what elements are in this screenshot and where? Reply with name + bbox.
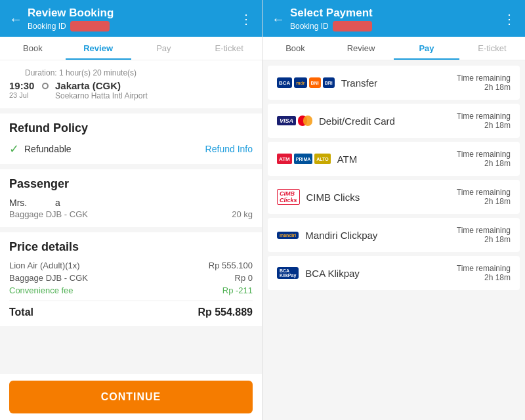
review-title: Review Booking [28,7,114,20]
bca-klikpay-label: BCA Klikpay [305,268,360,279]
price-item-label-1: Baggage DJB - CGK [9,273,88,283]
mandiri-clickpay-icon: mandiri [277,232,299,239]
transfer-time: Time remaining 2h 18m [457,74,511,92]
price-item-1: Baggage DJB - CGK Rp 0 [9,273,253,283]
price-section: Price details Lion Air (Adult)(1x) Rp 55… [0,232,262,326]
more-options-icon-right[interactable]: ⋮ [503,11,516,27]
refund-row: ✓ Refundable Refund Info [9,142,253,156]
flight-time-block: 19:30 23 Jul [9,80,35,99]
more-options-icon[interactable]: ⋮ [240,11,253,27]
check-icon: ✓ [9,142,19,156]
flight-dest-block: Jakarta (CGK) Soekarno Hatta Intl Airpor… [55,80,148,100]
right-progress-tabs: Book Review Pay E-ticket [262,37,525,60]
left-progress-tabs: Book Review Pay E-ticket [0,37,262,60]
tab-eticket-left[interactable]: E-ticket [196,37,262,60]
mandiri-clickpay-time-value: 2h 18m [457,235,511,244]
refund-info-link[interactable]: Refund Info [205,144,253,154]
total-value: Rp 554.889 [198,306,253,318]
mandiri-clickpay-time: Time remaining 2h 18m [457,226,511,244]
passenger-title: Passenger [9,177,253,191]
cimb-label: CIMB Clicks [306,192,360,203]
time-remaining-label-transfer: Time remaining [457,74,511,83]
tab-book-right[interactable]: Book [262,37,328,60]
time-remaining-label-bca: Time remaining [457,264,511,273]
left-content: Duration: 1 hour(s) 20 minute(s) 19:30 2… [0,60,262,374]
atm-icons: ATM PRIMA ALTO [277,154,331,164]
back-arrow-icon-right[interactable]: ← [272,12,285,27]
payment-option-transfer[interactable]: BCA mdr BNI BRI Transfer Time remaining … [268,66,520,100]
back-arrow-icon[interactable]: ← [9,12,22,27]
payment-option-card[interactable]: VISA Debit/Credit Card Time remaining 2h… [268,104,520,138]
card-icons: VISA [277,116,312,126]
total-label: Total [9,306,33,318]
prima-icon: PRIMA [294,154,313,164]
card-time: Time remaining 2h 18m [457,112,511,130]
refund-title: Refund Policy [9,121,253,135]
payment-option-atm[interactable]: ATM PRIMA ALTO ATM Time remaining 2h 18m [268,142,520,176]
tab-review-left[interactable]: Review [66,37,131,60]
payment-left-cimb: CIMBClicks CIMB Clicks [277,189,360,205]
mastercard-icon [298,116,312,126]
booking-id-badge-right [333,21,372,32]
atm-time: Time remaining 2h 18m [457,150,511,168]
payment-title: Select Payment [290,7,373,20]
right-panel: ← Select Payment Booking ID ⋮ Book Revie… [262,0,525,420]
cimb-time-value: 2h 18m [457,197,511,206]
refund-section: Refund Policy ✓ Refundable Refund Info [0,114,262,164]
payment-left-transfer: BCA mdr BNI BRI Transfer [277,77,377,89]
alto-icon: ALTO [314,154,330,164]
cimb-icons: CIMBClicks [277,189,300,205]
transfer-time-value: 2h 18m [457,83,511,92]
card-label: Debit/Credit Card [319,116,395,127]
bca-klikpay-time-value: 2h 18m [457,273,511,282]
tab-review-right[interactable]: Review [328,37,394,60]
price-title: Price details [9,240,253,254]
tab-pay-right[interactable]: Pay [394,37,459,60]
continue-button[interactable]: CONTINUE [9,381,253,413]
payment-left-mandiri-clickpay: mandiri Mandiri Clickpay [277,230,377,241]
card-time-value: 2h 18m [457,121,511,130]
flight-dot [42,83,49,89]
time-remaining-label-cimb: Time remaining [457,188,511,197]
cimb-icon: CIMBClicks [277,189,300,205]
bca-icon: BCA [277,77,292,88]
payment-header: ← Select Payment Booking ID ⋮ [262,0,525,37]
booking-id-label-right: Booking ID [290,22,329,31]
flight-info-section: Duration: 1 hour(s) 20 minute(s) 19:30 2… [0,60,262,108]
flight-duration: Duration: 1 hour(s) 20 minute(s) [25,68,253,77]
tab-book-left[interactable]: Book [0,37,66,60]
price-item-2: Convenience fee Rp -211 [9,285,253,295]
price-item-value-2: Rp -211 [222,285,253,295]
price-divider [9,301,253,301]
booking-id-row: Booking ID [28,21,114,32]
left-panel: ← Review Booking Booking ID ⋮ Book Revie… [0,0,262,420]
price-item-label-0: Lion Air (Adult)(1x) [9,261,80,270]
time-remaining-label-mandiri: Time remaining [457,226,511,235]
price-item-label-2: Convenience fee [9,285,74,295]
booking-id-row-right: Booking ID [290,21,373,32]
payment-options-list: BCA mdr BNI BRI Transfer Time remaining … [262,60,525,420]
transfer-label: Transfer [341,77,377,89]
total-row: Total Rp 554.889 [9,306,253,318]
flight-time: 19:30 [9,80,35,91]
price-item-value-0: Rp 555.100 [209,261,253,270]
passenger-name: Mrs. a [9,198,253,208]
continue-button-wrap: CONTINUE [0,374,262,420]
flight-date: 23 Jul [9,91,35,99]
mc-right [303,116,312,126]
visa-icon: VISA [277,116,296,125]
booking-id-badge [70,21,110,32]
refund-status: Refundable [24,144,72,154]
bri-icon: BRI [323,77,335,88]
baggage-row: Baggage DJB - CGK 20 kg [9,209,253,219]
flight-row: 19:30 23 Jul Jakarta (CGK) Soekarno Hatt… [9,80,253,100]
atm-time-value: 2h 18m [457,159,511,168]
cimb-time: Time remaining 2h 18m [457,188,511,206]
tab-pay-left[interactable]: Pay [131,37,197,60]
booking-id-label: Booking ID [28,22,66,31]
tab-eticket-right[interactable]: E-ticket [459,37,525,60]
baggage-label: Baggage DJB - CGK [9,209,88,219]
payment-option-bca-klikpay[interactable]: BCAKlikPay BCA Klikpay Time remaining 2h… [268,256,520,290]
payment-option-mandiri-clickpay[interactable]: mandiri Mandiri Clickpay Time remaining … [268,218,520,252]
payment-option-cimb[interactable]: CIMBClicks CIMB Clicks Time remaining 2h… [268,180,520,214]
